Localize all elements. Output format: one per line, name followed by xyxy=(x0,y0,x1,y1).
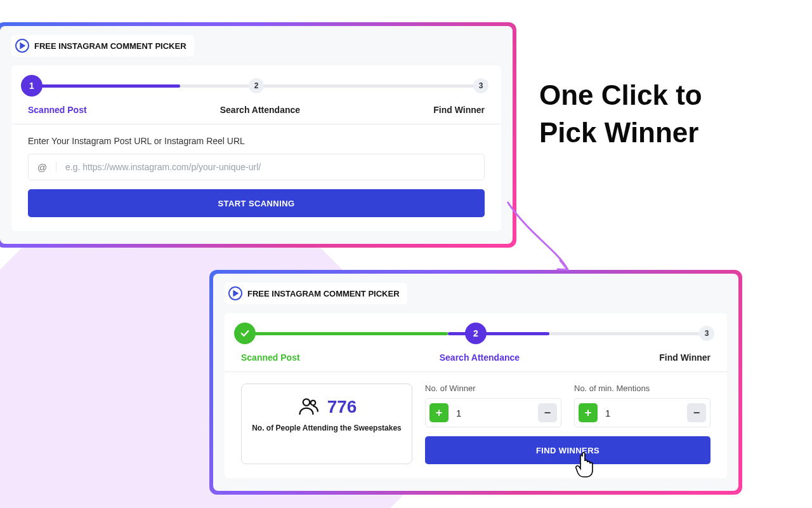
mentions-decrement-button[interactable]: − xyxy=(687,403,706,422)
at-icon: @ xyxy=(29,162,56,173)
step-label-1: Scanned Post xyxy=(28,105,87,115)
people-icon xyxy=(297,396,320,418)
check-icon xyxy=(239,328,251,339)
flow-arrow-icon xyxy=(498,197,593,292)
card-step-2: FREE INSTAGRAM COMMENT PICKER 2 3 Scanne… xyxy=(209,270,742,495)
headline-line-1: One Click to xyxy=(539,76,793,114)
mentions-value: 1 xyxy=(603,408,682,418)
winner-value: 1 xyxy=(454,408,533,418)
mentions-count-field: No. of min. Mentions + 1 − xyxy=(574,384,710,427)
winner-count-label: No. of Winner xyxy=(425,384,561,393)
card-step-1: FREE INSTAGRAM COMMENT PICKER 1 2 3 Scan… xyxy=(0,22,516,248)
attendance-box: 776 No. of People Attending the Sweepsta… xyxy=(241,384,412,464)
mentions-count-label: No. of min. Mentions xyxy=(574,384,710,393)
mentions-increment-button[interactable]: + xyxy=(579,403,598,422)
step-label-3: Find Winner xyxy=(659,352,710,363)
card-header-text: FREE INSTAGRAM COMMENT PICKER xyxy=(247,289,400,298)
card-header: FREE INSTAGRAM COMMENT PICKER xyxy=(11,35,194,57)
step-label-1: Scanned Post xyxy=(241,352,300,363)
card-header: FREE INSTAGRAM COMMENT PICKER xyxy=(225,283,407,304)
stepper: 1 2 3 Scanned Post Search Attendance Fin… xyxy=(11,65,501,124)
step-label-2: Search Attendance xyxy=(220,105,300,115)
headline: One Click to Pick Winner xyxy=(539,76,793,152)
winner-count-field: No. of Winner + 1 − xyxy=(425,384,561,427)
step-dot-2-active: 2 xyxy=(465,323,487,344)
attendance-label: No. of People Attending the Sweepstakes xyxy=(248,424,405,432)
headline-line-2: Pick Winner xyxy=(539,114,793,151)
step-dot-2: 2 xyxy=(249,78,264,93)
step-dot-1: 1 xyxy=(21,75,43,97)
step-dot-3: 3 xyxy=(699,326,714,341)
play-icon xyxy=(228,286,242,300)
winner-increment-button[interactable]: + xyxy=(429,403,449,422)
cursor-hand-icon xyxy=(573,450,599,479)
winner-decrement-button[interactable]: − xyxy=(538,403,557,422)
step-dot-3: 3 xyxy=(473,78,488,93)
stepper: 2 3 Scanned Post Search Attendance Find … xyxy=(225,313,727,372)
step-label-2: Search Attendance xyxy=(440,352,520,363)
find-winners-button[interactable]: FIND WINNERS xyxy=(425,436,710,464)
url-input[interactable] xyxy=(56,162,484,172)
step-dot-1-done xyxy=(234,323,256,344)
card-header-text: FREE INSTAGRAM COMMENT PICKER xyxy=(34,41,187,51)
url-input-row: @ xyxy=(28,154,485,180)
url-prompt: Enter Your Instagram Post URL or Instagr… xyxy=(28,136,485,146)
svg-point-0 xyxy=(303,399,310,406)
attendance-count: 776 xyxy=(327,397,357,417)
start-scanning-button[interactable]: START SCANNING xyxy=(28,189,485,217)
svg-point-1 xyxy=(310,401,315,406)
step-label-3: Find Winner xyxy=(433,105,485,115)
play-icon xyxy=(15,39,29,53)
